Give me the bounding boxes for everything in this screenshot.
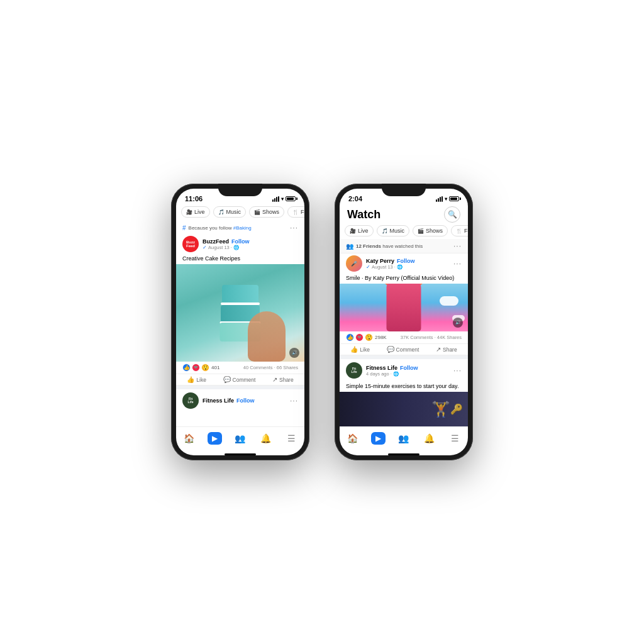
feed-left: # Because you follow #Baking ··· Bu (176, 220, 304, 426)
wifi-icon-right: ▾ (445, 196, 447, 202)
tab-food-left[interactable]: 🍴 Food (287, 206, 304, 218)
tab-shows-right[interactable]: 🎬 Shows (413, 225, 448, 236)
nav-bell-right[interactable]: 🔔 (421, 431, 438, 446)
nav-bell-left[interactable]: 🔔 (257, 431, 275, 446)
keys-icon: 🔑 (450, 403, 463, 415)
author-name-buzzfeed[interactable]: BuzzFeed (203, 238, 229, 245)
status-icons-left: ▾ (272, 196, 296, 202)
comment-button-buzzfeed[interactable]: 💬 Comment (223, 376, 256, 383)
share-label: Share (279, 377, 294, 383)
more-dots-buzzfeed[interactable]: ··· (290, 223, 298, 232)
more-dots-katy[interactable]: ··· (453, 259, 462, 268)
like-emoji: 👍 (182, 364, 191, 372)
wow-emoji: 😲 (201, 364, 209, 372)
fitness-name-right[interactable]: Fitness Life (366, 365, 397, 371)
share-icon-katy: ↗ (436, 346, 441, 353)
live-icon-right: 🎥 (350, 228, 356, 234)
food-icon-right: 🍴 (456, 228, 462, 234)
avatar-fitness-left: FitLife (182, 392, 199, 409)
author-row-fitness-right: FitLife Fitness Life Follow 4 days ago · (340, 359, 468, 382)
more-dots-fitness-left[interactable]: ··· (290, 396, 298, 405)
nav-watch-left[interactable]: ▶ (206, 431, 223, 446)
wifi-icon: ▾ (281, 196, 284, 202)
nav-groups-right[interactable]: 👥 (395, 431, 413, 446)
like-label-katy: Like (360, 347, 370, 353)
nav-menu-right[interactable]: ☰ (447, 431, 464, 446)
nav-watch-right[interactable]: ▶ (369, 431, 387, 446)
home-indicator-left (225, 453, 256, 455)
post-context-left: # Because you follow #Baking ··· (176, 220, 304, 234)
follow-fitness-left[interactable]: Follow (236, 397, 255, 404)
nav-watch-icon-left: ▶ (208, 432, 222, 445)
avatar-fitness-right: FitLife (346, 362, 362, 379)
tab-music-label-left: Music (226, 209, 242, 215)
author-meta-buzzfeed: ✓ August 13 · 🌐 (203, 245, 250, 250)
hand-visual (248, 311, 286, 362)
post-title-buzzfeed: Creative Cake Recipes (176, 254, 304, 264)
follow-buzzfeed[interactable]: Follow (231, 238, 250, 245)
comment-icon: 💬 (223, 376, 231, 383)
fitness-name-row: Fitness Life Follow (203, 397, 255, 404)
tab-live-right[interactable]: 🎥 Live (345, 225, 374, 236)
share-button-katy[interactable]: ↗ Share (436, 346, 457, 353)
author-left-fitness: FitLife Fitness Life Follow (182, 392, 255, 409)
video-thumb-buzzfeed[interactable]: 🔊 (176, 264, 304, 362)
katy-name-row: Katy Perry Follow (366, 258, 415, 264)
like-button-katy[interactable]: 👍 Like (350, 346, 370, 353)
shows-icon: 🎬 (254, 209, 260, 215)
tab-live-label-right: Live (358, 228, 369, 234)
friends-suffix: have watched this (382, 243, 423, 249)
friends-banner-left: 👥 12 Friends have watched this (346, 243, 423, 250)
verified-katy: ✓ (366, 264, 370, 270)
comment-button-katy[interactable]: 💬 Comment (387, 346, 419, 353)
tab-food-right[interactable]: 🍴 Food (451, 225, 468, 236)
video-thumb-katy[interactable]: 🔊 (340, 284, 468, 331)
music-icon-right: 🎵 (382, 228, 388, 234)
hashtag-link[interactable]: #Baking (233, 225, 252, 231)
fitness-name-row-right: Fitness Life Follow (366, 365, 418, 371)
fitness-info-right: Fitness Life Follow 4 days ago · 🌐 (366, 365, 418, 377)
author-name-katy[interactable]: Katy Perry (366, 258, 394, 264)
tab-music-right[interactable]: 🎵 Music (377, 225, 410, 236)
comment-icon-katy: 💬 (387, 346, 394, 353)
share-button-buzzfeed[interactable]: ↗ Share (272, 376, 294, 383)
nav-menu-left[interactable]: ☰ (283, 431, 301, 446)
nav-home-left[interactable]: 🏠 (180, 431, 197, 446)
watch-header: Watch 🔍 (340, 204, 468, 223)
friends-count: 12 Friends have watched this (356, 243, 423, 249)
love-emoji: ❤ (192, 364, 200, 372)
more-dots-fitness-right[interactable]: ··· (453, 366, 462, 375)
author-left-fitness-right: FitLife Fitness Life Follow 4 days ago · (346, 362, 418, 379)
fitness-name-left[interactable]: Fitness Life (203, 397, 234, 404)
fitness-thumb[interactable]: 🏋️ 🔑 (340, 392, 468, 426)
left-phone: 11:06 ▾ 🎥 L (171, 184, 309, 460)
follow-katy[interactable]: Follow (397, 258, 415, 264)
author-meta-katy: ✓ August 13 · 🌐 (366, 264, 415, 270)
search-button[interactable]: 🔍 (444, 206, 460, 223)
avatar-katy: 🎤 (346, 255, 362, 272)
tab-live-left[interactable]: 🎥 Live (181, 206, 210, 218)
category-tabs-right: 🎥 Live 🎵 Music 🎬 Shows 🍴 Food (340, 223, 468, 239)
tab-music-left[interactable]: 🎵 Music (213, 206, 247, 218)
context-label: Because you follow (189, 225, 232, 231)
tab-shows-left[interactable]: 🎬 Shows (249, 206, 284, 218)
follow-fitness-right[interactable]: Follow (400, 365, 418, 371)
like-button-buzzfeed[interactable]: 👍 Like (187, 376, 206, 383)
like-icon-katy: 👍 (350, 346, 358, 353)
scene: 11:06 ▾ 🎥 L (0, 0, 644, 644)
friends-icon: 👥 (346, 243, 353, 250)
author-row-fitness-left: FitLife Fitness Life Follow ··· (176, 389, 304, 412)
volume-icon-buzzfeed[interactable]: 🔊 (289, 348, 299, 358)
post-buzzfeed: # Because you follow #Baking ··· Bu (176, 220, 304, 386)
nav-home-right[interactable]: 🏠 (343, 431, 361, 446)
volume-icon-katy[interactable]: 🔊 (453, 318, 463, 328)
comments-shares-katy: 37K Comments · 44K Shares (401, 335, 462, 340)
fitness-post-text: Simple 15-minute exercises to start your… (340, 382, 468, 392)
fitness-date-right: 4 days ago (366, 371, 389, 377)
watch-title: Watch (347, 208, 380, 221)
friends-count-label: 12 Friends (356, 243, 381, 249)
notch-right (382, 184, 426, 196)
cake-layer-top (222, 285, 258, 304)
nav-groups-left[interactable]: 👥 (231, 431, 249, 446)
more-dots-friends[interactable]: ··· (453, 242, 462, 250)
